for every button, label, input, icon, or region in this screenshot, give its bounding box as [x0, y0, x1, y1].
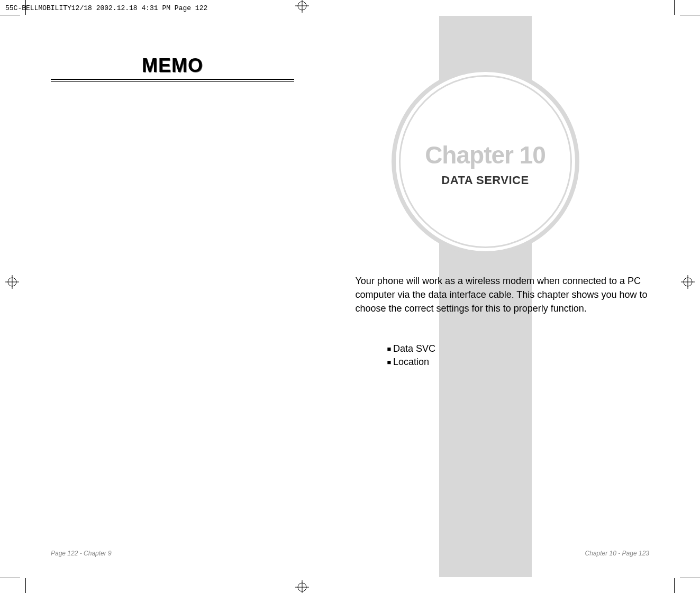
right-page-footer: Chapter 10 - Page 123 — [585, 550, 649, 557]
chapter-title: Chapter 10 — [392, 141, 579, 169]
memo-rule-thick — [51, 79, 294, 80]
memo-rule-thin — [51, 81, 294, 82]
left-page-footer: Page 122 - Chapter 9 — [51, 550, 112, 557]
chapter-circle: Chapter 10 DATA SERVICE — [392, 68, 579, 256]
registration-mark-icon — [295, 0, 309, 13]
crop-mark — [25, 0, 26, 15]
crop-mark — [0, 578, 20, 578]
registration-mark-icon — [295, 580, 309, 593]
registration-mark-icon — [5, 275, 19, 289]
crop-mark — [25, 578, 26, 593]
registration-mark-icon — [681, 275, 695, 289]
crop-mark — [680, 578, 700, 578]
crop-mark — [674, 0, 675, 15]
list-item: Data SVC — [387, 342, 436, 355]
page-spread: MEMO Page 122 - Chapter 9 Chapter 10 DAT… — [25, 15, 675, 578]
left-page: MEMO Page 122 - Chapter 9 — [25, 15, 350, 578]
list-item: Location — [387, 355, 436, 369]
memo-heading: MEMO — [51, 54, 294, 82]
chapter-intro-paragraph: Your phone will work as a wireless modem… — [356, 274, 650, 315]
crop-mark — [674, 578, 675, 593]
crop-mark — [0, 15, 20, 15]
chapter-topics-list: Data SVC Location — [387, 342, 436, 369]
memo-title-text: MEMO — [51, 54, 294, 77]
right-page: Chapter 10 DATA SERVICE Your phone will … — [350, 15, 675, 578]
prepress-header: 55C-BELLMOBILITY12/18 2002.12.18 4:31 PM… — [5, 4, 207, 12]
crop-mark — [680, 15, 700, 15]
chapter-subtitle: DATA SERVICE — [392, 174, 579, 187]
